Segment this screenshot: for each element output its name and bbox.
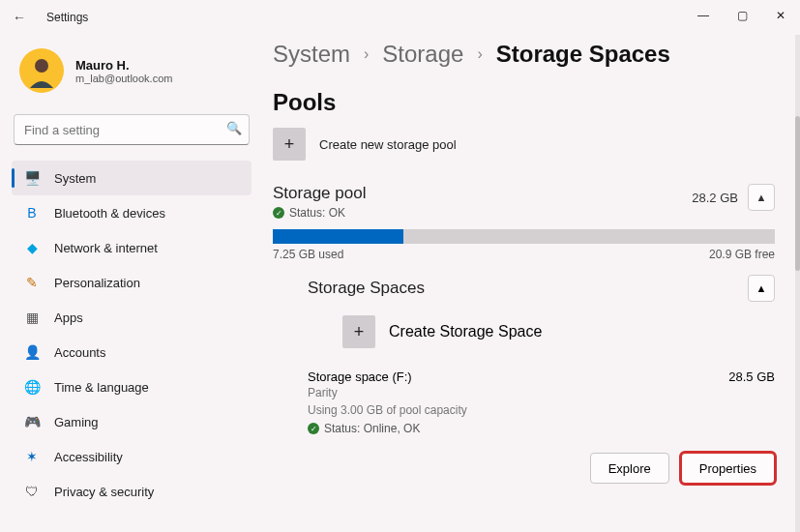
chevron-up-icon: ▲ xyxy=(756,192,767,203)
pool-size: 28.2 GB xyxy=(692,191,738,205)
explore-button[interactable]: Explore xyxy=(590,453,669,484)
sidebar-item-apps[interactable]: ▦Apps xyxy=(12,300,252,335)
chevron-up-icon: ▲ xyxy=(756,282,767,294)
sidebar-icon: 🖥️ xyxy=(23,169,41,187)
sidebar-item-label: Time & language xyxy=(54,380,149,395)
sidebar-item-bluetooth-devices[interactable]: BBluetooth & devices xyxy=(12,195,252,230)
sidebar-item-label: Apps xyxy=(54,310,83,325)
create-space-label: Create Storage Space xyxy=(389,323,542,340)
sidebar-item-network-internet[interactable]: ◆Network & internet xyxy=(12,230,252,265)
pools-heading: Pools xyxy=(273,89,775,116)
chevron-right-icon: › xyxy=(364,45,369,63)
sidebar-item-system[interactable]: 🖥️System xyxy=(12,161,252,195)
sidebar-item-personalization[interactable]: ✎Personalization xyxy=(12,265,252,300)
space-size: 28.5 GB xyxy=(728,369,775,384)
main-content: System › Storage › Storage Spaces Pools … xyxy=(263,35,800,532)
free-label: 20.9 GB free xyxy=(709,248,775,261)
sidebar-item-label: Bluetooth & devices xyxy=(54,206,165,221)
pool-name: Storage pool xyxy=(273,184,366,203)
svg-point-1 xyxy=(35,59,48,73)
scrollbar-thumb[interactable] xyxy=(795,116,800,271)
profile-block[interactable]: Mauro H. m_lab@outlook.com xyxy=(12,43,252,110)
avatar xyxy=(19,48,64,93)
space-usage: Using 3.00 GB of pool capacity xyxy=(308,401,775,419)
usage-bar-fill xyxy=(273,229,403,244)
plus-icon[interactable]: + xyxy=(342,315,375,348)
pool-header: Storage pool ✓ Status: OK 28.2 GB ▲ xyxy=(273,184,775,220)
sidebar-icon: 🎮 xyxy=(23,413,41,430)
sidebar-icon: B xyxy=(23,204,41,222)
search-icon: 🔍 xyxy=(226,121,242,135)
space-item[interactable]: Storage space (F:) 28.5 GB Parity Using … xyxy=(308,369,775,435)
sidebar-item-label: System xyxy=(54,171,96,186)
sidebar-item-accounts[interactable]: 👤Accounts xyxy=(12,335,252,369)
check-icon: ✓ xyxy=(273,207,284,219)
breadcrumb-storage[interactable]: Storage xyxy=(382,41,463,68)
maximize-button[interactable]: ▢ xyxy=(723,0,761,31)
chevron-right-icon: › xyxy=(477,45,482,63)
profile-name: Mauro H. xyxy=(75,58,172,73)
create-pool-row[interactable]: + Create new storage pool xyxy=(273,128,775,161)
used-label: 7.25 GB used xyxy=(273,248,343,261)
search-box: 🔍 xyxy=(14,114,250,145)
sidebar-item-time-language[interactable]: 🌐Time & language xyxy=(12,369,252,404)
create-pool-label: Create new storage pool xyxy=(319,137,457,152)
sidebar-icon: ✶ xyxy=(23,448,41,465)
create-space-row[interactable]: + Create Storage Space xyxy=(342,315,775,348)
sidebar-icon: ✎ xyxy=(23,274,41,291)
window-title: Settings xyxy=(46,11,88,24)
sidebar-item-accessibility[interactable]: ✶Accessibility xyxy=(12,439,252,474)
sidebar-item-label: Accessibility xyxy=(54,450,123,464)
breadcrumb-system[interactable]: System xyxy=(273,41,350,68)
spaces-heading: Storage Spaces xyxy=(308,279,425,298)
sidebar-icon: 🛡 xyxy=(23,483,41,500)
sidebar-item-label: Gaming xyxy=(54,415,99,429)
space-type: Parity xyxy=(308,384,775,401)
sidebar-item-label: Network & internet xyxy=(54,241,158,255)
usage-bar xyxy=(273,229,775,244)
check-icon: ✓ xyxy=(308,423,319,434)
sidebar-item-label: Accounts xyxy=(54,345,105,360)
sidebar-icon: 🌐 xyxy=(23,378,41,396)
collapse-pool-button[interactable]: ▲ xyxy=(748,184,775,211)
space-status: Status: Online, OK xyxy=(324,422,420,435)
breadcrumb: System › Storage › Storage Spaces xyxy=(273,41,775,68)
properties-button[interactable]: Properties xyxy=(681,453,775,484)
sidebar-item-label: Privacy & security xyxy=(54,485,154,499)
sidebar-item-label: Personalization xyxy=(54,276,140,290)
minimize-button[interactable]: ― xyxy=(684,0,723,31)
scrollbar-track xyxy=(795,35,800,532)
sidebar-icon: ◆ xyxy=(23,239,41,256)
sidebar-item-privacy-security[interactable]: 🛡Privacy & security xyxy=(12,474,252,509)
breadcrumb-current: Storage Spaces xyxy=(496,41,670,68)
sidebar-icon: 👤 xyxy=(23,343,41,361)
plus-icon[interactable]: + xyxy=(273,128,306,161)
nav-list: 🖥️SystemBBluetooth & devices◆Network & i… xyxy=(12,161,252,509)
search-input[interactable] xyxy=(14,114,250,145)
sidebar: Mauro H. m_lab@outlook.com 🔍 🖥️SystemBBl… xyxy=(0,35,263,532)
pool-status: Status: OK xyxy=(289,206,345,220)
close-button[interactable]: ✕ xyxy=(761,0,800,31)
profile-email: m_lab@outlook.com xyxy=(75,73,172,84)
sidebar-item-gaming[interactable]: 🎮Gaming xyxy=(12,404,252,439)
back-button[interactable]: ← xyxy=(8,10,31,25)
space-name: Storage space (F:) xyxy=(308,369,412,384)
sidebar-icon: ▦ xyxy=(23,309,41,326)
collapse-spaces-button[interactable]: ▲ xyxy=(748,275,775,302)
